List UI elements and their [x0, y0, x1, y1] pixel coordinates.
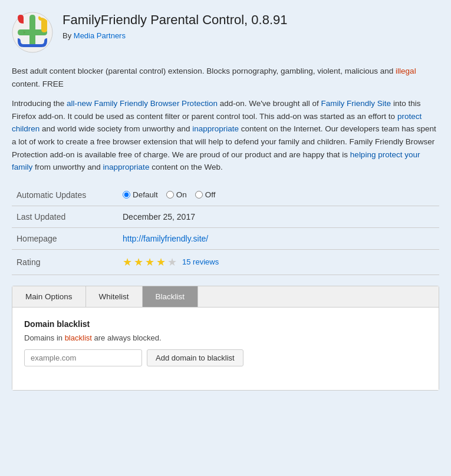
tab-whitelist[interactable]: Whitelist: [86, 286, 143, 307]
last-updated-label: Last Updated: [12, 206, 118, 227]
rating-row: Rating ★ ★ ★ ★ ★ 15 reviews: [12, 249, 439, 275]
radio-group: Default On Off: [123, 190, 434, 199]
last-updated-row: Last Updated December 25, 2017: [12, 206, 439, 227]
author-link[interactable]: Media Partners: [74, 31, 126, 40]
add-domain-row: Add domain to blacklist: [24, 349, 427, 366]
auto-updates-row: Automatic Updates Default On Off: [12, 184, 439, 206]
blacklist-section-title: Domain blacklist: [24, 319, 427, 329]
app-title: FamilyFriendly Parental Control, 0.8.91: [62, 12, 288, 29]
star-2: ★: [134, 256, 143, 269]
homepage-label: Homepage: [12, 227, 118, 249]
app-header: FamilyFriendly Parental Control, 0.8.91 …: [12, 12, 439, 53]
homepage-value: http://familyfriendly.site/: [118, 227, 439, 249]
description-para1: Best adult content blocker (parental con…: [12, 65, 439, 90]
radio-on-input[interactable]: [166, 191, 174, 199]
info-table: Automatic Updates Default On Off Last Up…: [12, 184, 439, 275]
auto-updates-value: Default On Off: [118, 184, 439, 206]
header-text-block: FamilyFriendly Parental Control, 0.8.91 …: [62, 12, 288, 40]
stars-container: ★ ★ ★ ★ ★ 15 reviews: [123, 256, 434, 269]
homepage-link[interactable]: http://familyfriendly.site/: [123, 234, 208, 243]
blacklist-description: Domains in blacklist are always blocked.: [24, 333, 427, 342]
tabs-header: Main Options Whitelist Blacklist: [12, 286, 439, 308]
star-3: ★: [145, 256, 154, 269]
tab-content-blacklist: Domain blacklist Domains in blacklist ar…: [12, 308, 439, 390]
star-1: ★: [123, 256, 132, 269]
star-4: ★: [156, 256, 166, 269]
domain-input[interactable]: [24, 349, 142, 366]
tab-blacklist[interactable]: Blacklist: [143, 286, 199, 307]
auto-updates-label: Automatic Updates: [12, 184, 118, 206]
radio-default-option[interactable]: Default: [123, 190, 158, 199]
author-line: By Media Partners: [62, 31, 288, 40]
app-logo: [12, 12, 53, 53]
radio-default-input[interactable]: [123, 191, 130, 199]
tabs-container: Main Options Whitelist Blacklist Domain …: [12, 286, 439, 391]
add-domain-button[interactable]: Add domain to blacklist: [147, 349, 243, 366]
rating-label: Rating: [12, 249, 118, 275]
description-para2: Introducing the all-new Family Friendly …: [12, 97, 439, 174]
star-5: ★: [167, 256, 177, 269]
homepage-row: Homepage http://familyfriendly.site/: [12, 227, 439, 249]
last-updated-value: December 25, 2017: [118, 206, 439, 227]
reviews-link[interactable]: 15 reviews: [182, 257, 219, 266]
radio-off-option[interactable]: Off: [195, 190, 216, 199]
tab-main-options[interactable]: Main Options: [12, 286, 86, 307]
rating-value: ★ ★ ★ ★ ★ 15 reviews: [118, 249, 439, 275]
radio-on-option[interactable]: On: [166, 190, 187, 199]
radio-off-input[interactable]: [195, 191, 203, 199]
